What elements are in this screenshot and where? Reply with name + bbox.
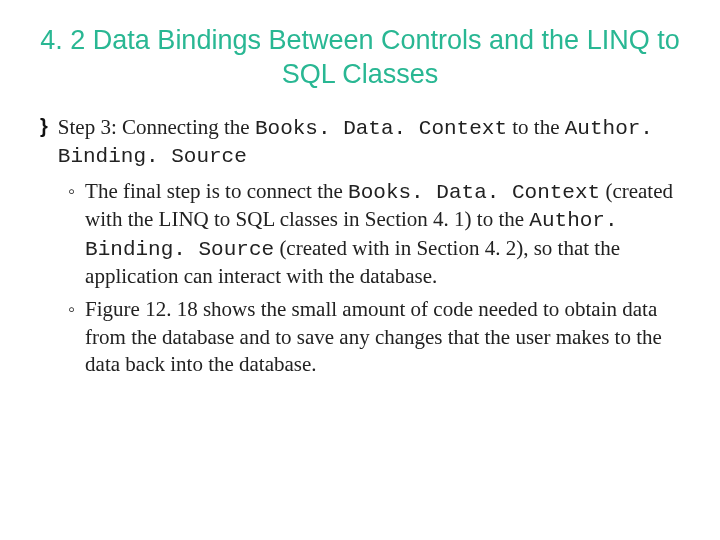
code-span: Books. Data. Context <box>255 117 507 140</box>
sub-bullet-text: The final step is to connect the Books. … <box>85 178 680 290</box>
text-run: Figure 12. 18 shows the small amount of … <box>85 297 662 376</box>
sub-bullet-text: Figure 12. 18 shows the small amount of … <box>85 296 680 378</box>
bullet-marker-icon: } <box>40 114 48 139</box>
sub-bullet-list: ◦ The final step is to connect the Books… <box>68 178 680 378</box>
text-run: The final step is to connect the <box>85 179 348 203</box>
code-span: Books. Data. Context <box>348 181 600 204</box>
slide-body: } Step 3: Connecting the Books. Data. Co… <box>40 114 680 379</box>
bullet-text: Step 3: Connecting the Books. Data. Cont… <box>58 114 680 171</box>
circle-bullet-icon: ◦ <box>68 178 75 204</box>
bullet-level-2: ◦ The final step is to connect the Books… <box>68 178 680 290</box>
bullet-level-2: ◦ Figure 12. 18 shows the small amount o… <box>68 296 680 378</box>
bullet-level-1: } Step 3: Connecting the Books. Data. Co… <box>40 114 680 171</box>
slide: 4. 2 Data Bindings Between Controls and … <box>0 0 720 540</box>
bullet-text-mid: to the <box>507 115 565 139</box>
bullet-text-pre: Step 3: Connecting the <box>58 115 255 139</box>
circle-bullet-icon: ◦ <box>68 296 75 322</box>
slide-title: 4. 2 Data Bindings Between Controls and … <box>40 24 680 92</box>
